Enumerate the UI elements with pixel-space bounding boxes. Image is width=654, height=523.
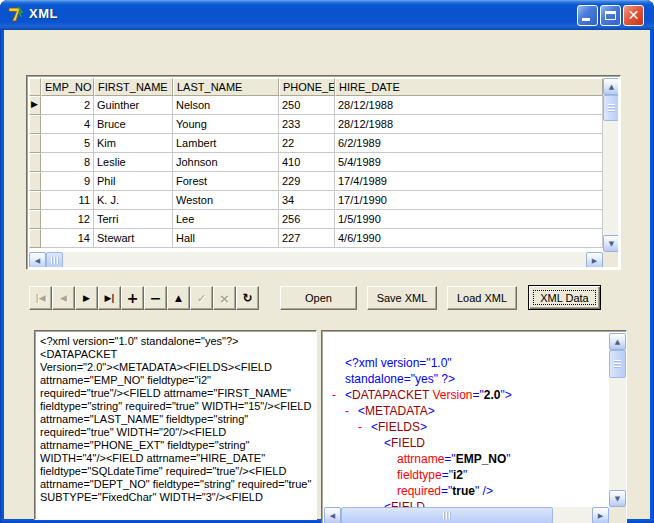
xml-collapse-marker[interactable]: - xyxy=(345,403,358,419)
nav-next-button[interactable]: ▶ xyxy=(75,286,98,310)
grid-cell[interactable]: 11 xyxy=(41,191,94,210)
app-icon[interactable] xyxy=(7,6,24,23)
row-indicator-cell xyxy=(29,229,41,248)
grid-cell[interactable]: Forest xyxy=(173,172,279,191)
grid-cell[interactable]: Leslie xyxy=(94,153,173,172)
grid-vscroll-down-button[interactable]: ▼ xyxy=(603,235,618,252)
load-xml-button[interactable]: Load XML xyxy=(447,286,517,310)
grid-header-cell: PHONE_EXT xyxy=(279,78,335,96)
grid-cell[interactable]: 12 xyxy=(41,210,94,229)
grid-cell[interactable]: Lambert xyxy=(173,134,279,153)
grid-cell[interactable]: 28/12/1988 xyxy=(335,115,603,134)
grid-vscroll-up-button[interactable]: ▲ xyxy=(603,78,618,95)
xml-hscroll-right-button[interactable]: ▶ xyxy=(592,507,609,523)
nav-refresh-button[interactable]: ↻ xyxy=(236,286,259,310)
grid-cell[interactable]: Phil xyxy=(94,172,173,191)
xml-scroll-corner xyxy=(609,507,626,523)
grid-cell[interactable]: Bruce xyxy=(94,115,173,134)
delphi-icon xyxy=(7,6,24,23)
grid-vscroll-thumb[interactable] xyxy=(603,95,618,121)
nav-delete-button[interactable]: − xyxy=(144,286,167,310)
row-indicator-cell xyxy=(29,153,41,172)
close-button[interactable]: ✕ xyxy=(623,5,644,26)
xml-collapse-marker[interactable]: - xyxy=(358,419,371,435)
xml-token: required xyxy=(397,484,441,498)
xml-vscroll-thumb[interactable] xyxy=(609,350,626,378)
grid-cell[interactable]: 34 xyxy=(279,191,335,210)
xml-data-button-label: XML Data xyxy=(540,292,589,304)
grid-cell[interactable]: Weston xyxy=(173,191,279,210)
grid-hscrollbar[interactable]: ◀ ▶ xyxy=(29,252,603,267)
grid-cell[interactable]: Terri xyxy=(94,210,173,229)
grid-cell[interactable]: Hall xyxy=(173,229,279,248)
grid-cell[interactable]: Stewart xyxy=(94,229,173,248)
xml-hscrollbar[interactable]: ◀ ▶ xyxy=(324,507,609,523)
grid-hscroll-right-button[interactable]: ▶ xyxy=(586,252,603,267)
grid-cell[interactable]: 4/6/1990 xyxy=(335,229,603,248)
nav-insert-button[interactable]: + xyxy=(121,286,144,310)
screen: XML ✕ EMP_NOFIRST_NAMELAST_NAMEPHONE_EXT… xyxy=(0,0,654,523)
minimize-button[interactable] xyxy=(577,5,598,26)
xml-collapse-marker[interactable]: - xyxy=(332,387,345,403)
grid-header-cell: EMP_NO xyxy=(41,78,94,96)
grid-cell[interactable]: 5 xyxy=(41,134,94,153)
grid-cell[interactable]: 17/1/1990 xyxy=(335,191,603,210)
xml-token: FIELD xyxy=(391,436,425,450)
grid-cell[interactable]: 28/12/1988 xyxy=(335,96,603,115)
xml-token: " /> xyxy=(475,484,493,498)
save-xml-button[interactable]: Save XML xyxy=(367,286,437,310)
grid-cell[interactable]: 9 xyxy=(41,172,94,191)
grid-cell[interactable]: 410 xyxy=(279,153,335,172)
grid-cell[interactable]: 5/4/1989 xyxy=(335,153,603,172)
xml-hscroll-thumb[interactable] xyxy=(341,507,553,523)
xml-vscrollbar[interactable]: ▲ ▼ xyxy=(609,333,626,507)
grid-cell[interactable]: 256 xyxy=(279,210,335,229)
grid-cell[interactable]: 229 xyxy=(279,172,335,191)
xml-vscroll-down-button[interactable]: ▼ xyxy=(609,490,626,507)
maximize-button[interactable] xyxy=(600,5,621,26)
memo-line: required="true" WIDTH="20"/><FIELD xyxy=(40,426,311,439)
xml-token: attrname xyxy=(397,452,444,466)
open-button[interactable]: Open xyxy=(280,286,357,310)
xml-data-button[interactable]: XML Data xyxy=(528,285,601,310)
grid-cell[interactable]: 233 xyxy=(279,115,335,134)
xml-vscroll-up-button[interactable]: ▲ xyxy=(609,333,626,350)
arrow-down-icon: ▼ xyxy=(615,495,620,503)
grid-cell[interactable]: 17/4/1989 xyxy=(335,172,603,191)
grid-cell[interactable]: Johnson xyxy=(173,153,279,172)
grid-cell[interactable]: Lee xyxy=(173,210,279,229)
xml-token: =" xyxy=(444,452,455,466)
xml-source-memo[interactable]: <?xml version="1.0" standalone="yes"?><D… xyxy=(34,330,317,520)
xml-hscroll-left-button[interactable]: ◀ xyxy=(324,507,341,523)
grid-vscrollbar[interactable]: ▲ ▼ xyxy=(603,78,618,252)
row-indicator-cell xyxy=(29,134,41,153)
grid-cell[interactable]: 4 xyxy=(41,115,94,134)
grid-cell[interactable]: Young xyxy=(173,115,279,134)
grid-cell[interactable]: 22 xyxy=(279,134,335,153)
memo-text[interactable]: <?xml version="1.0" standalone="yes"?><D… xyxy=(37,333,314,517)
nav-last-button[interactable]: ▶| xyxy=(98,286,121,310)
grid-cell[interactable]: 6/2/1989 xyxy=(335,134,603,153)
grid-cell[interactable]: Nelson xyxy=(173,96,279,115)
grid-cell[interactable]: 227 xyxy=(279,229,335,248)
xml-tree-line: attrname="EMP_NO" xyxy=(324,451,609,467)
row-indicator-cell xyxy=(29,115,41,134)
nav-edit-button[interactable]: ▲ xyxy=(167,286,190,310)
grid-cell[interactable]: 250 xyxy=(279,96,335,115)
grid-cell[interactable]: 8 xyxy=(41,153,94,172)
open-button-label: Open xyxy=(305,292,332,304)
grid-cell[interactable]: 1/5/1990 xyxy=(335,210,603,229)
xml-token: < xyxy=(384,500,391,507)
grid-cell[interactable]: K. J. xyxy=(94,191,173,210)
grid-cell[interactable]: 14 xyxy=(41,229,94,248)
grid-hscroll-left-button[interactable]: ◀ xyxy=(29,252,46,267)
memo-line: Version="2.0"><METADATA><FIELDS><FIELD xyxy=(40,361,311,374)
grid-hscroll-thumb[interactable] xyxy=(46,252,63,267)
grid-cell[interactable]: Kim xyxy=(94,134,173,153)
grid-cell[interactable]: Guinther xyxy=(94,96,173,115)
xml-tree-line: <?xml version="1.0" xyxy=(324,355,609,371)
titlebar[interactable]: XML ✕ xyxy=(0,0,654,30)
cancel-icon: × xyxy=(219,292,230,305)
thumb-grip xyxy=(614,360,621,368)
grid-cell[interactable]: 2 xyxy=(41,96,94,115)
